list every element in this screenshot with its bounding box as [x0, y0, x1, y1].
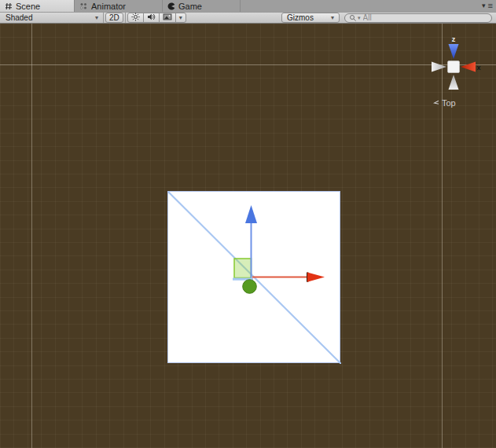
gizmo-center-cube[interactable]	[448, 61, 460, 73]
search-input[interactable]	[363, 13, 487, 22]
x-axis-arrowhead[interactable]	[307, 273, 325, 282]
search-filter-caret-icon: ▾	[358, 15, 361, 21]
gizmo-left-axis-cone[interactable]	[432, 62, 446, 72]
scene-toolbar: Shaded ▾ 2D	[0, 12, 496, 24]
scene-grid-icon	[5, 2, 13, 10]
chevron-down-icon: ▾	[331, 14, 334, 21]
transform-gizmo	[228, 200, 330, 299]
unity-scene-window: Scene Animator Game ▾ ≡	[0, 0, 496, 448]
gizmo-z-axis-cone[interactable]	[449, 44, 459, 59]
tab-scene[interactable]: Scene	[0, 0, 75, 12]
gizmo-x-axis-cone[interactable]	[461, 62, 476, 72]
gizmo-x-label: x	[477, 64, 481, 72]
tab-scene-label: Scene	[16, 2, 40, 11]
toggle-2d-button[interactable]: 2D	[105, 13, 123, 23]
effects-toggle-button[interactable]	[159, 13, 176, 23]
projection-chevron-icon	[433, 100, 439, 107]
gizmo-z-label: z	[452, 35, 456, 43]
window-menu-caret-icon[interactable]: ▾	[482, 2, 486, 9]
sun-icon	[131, 13, 140, 23]
gizmo-bottom-axis-cone[interactable]	[449, 75, 459, 90]
chevron-down-icon: ▾	[95, 14, 98, 21]
y-axis-arrowhead[interactable]	[245, 205, 257, 223]
gizmos-dropdown-button[interactable]: Gizmos ▾	[281, 13, 340, 23]
scene-search-field[interactable]: ▾	[344, 13, 492, 23]
chevron-down-icon: ▾	[179, 14, 182, 21]
scene-toggle-group: ▾	[127, 13, 186, 23]
draw-mode-dropdown[interactable]: Shaded ▾	[2, 13, 102, 23]
window-menu: ▾ ≡	[482, 0, 493, 12]
gizmos-label: Gizmos	[287, 13, 314, 22]
search-icon	[349, 11, 357, 25]
window-menu-hamburger-icon[interactable]: ≡	[488, 2, 493, 10]
audio-toggle-button[interactable]	[143, 13, 160, 23]
toggle-2d-label: 2D	[109, 13, 119, 22]
view-tab-bar: Scene Animator Game ▾ ≡	[0, 0, 496, 12]
game-view-icon	[167, 2, 175, 10]
speaker-icon	[147, 13, 156, 23]
image-icon	[163, 13, 172, 23]
draw-mode-label: Shaded	[6, 13, 32, 22]
view-mode-label[interactable]: Top	[433, 98, 456, 108]
grid-major-line	[31, 24, 32, 448]
object-pivot-dot[interactable]	[243, 280, 257, 294]
tab-animator[interactable]: Animator	[75, 0, 163, 12]
tab-game-label: Game	[178, 2, 202, 11]
effects-dropdown-button[interactable]: ▾	[175, 13, 186, 23]
tab-animator-label: Animator	[91, 2, 126, 11]
tab-game[interactable]: Game	[163, 0, 241, 12]
xy-plane-handle[interactable]	[234, 259, 252, 278]
lighting-toggle-button[interactable]	[127, 13, 144, 23]
toolbar-separator	[125, 13, 126, 23]
view-mode-text: Top	[442, 98, 456, 108]
scene-viewport[interactable]: z x Top	[0, 24, 496, 448]
animator-icon	[79, 2, 88, 10]
orientation-gizmo: z x	[421, 33, 496, 108]
toolbar-separator	[103, 13, 104, 23]
